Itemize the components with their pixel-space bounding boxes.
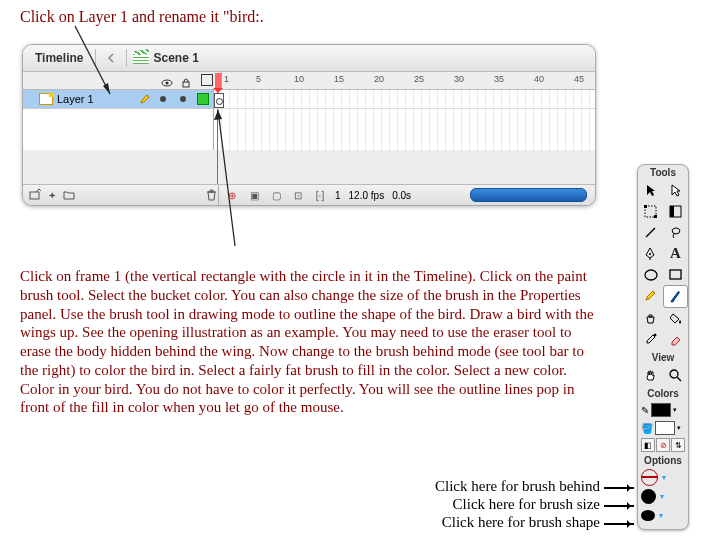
pencil-tool[interactable]	[638, 285, 663, 306]
stroke-swatch[interactable]	[651, 403, 671, 417]
timeline-header: Timeline Scene 1	[23, 45, 595, 72]
tick: 35	[494, 74, 504, 84]
scene-label: Scene 1	[153, 51, 198, 65]
scene-indicator[interactable]: Scene 1	[127, 51, 198, 65]
svg-point-1	[166, 82, 169, 85]
gradient-transform-tool[interactable]	[663, 201, 688, 222]
svg-rect-16	[670, 270, 681, 279]
dropdown-icon: ▾	[673, 406, 677, 414]
back-button[interactable]	[102, 50, 120, 66]
svg-rect-10	[654, 215, 657, 218]
center-frame-button[interactable]: ⊕	[225, 188, 239, 202]
brush-shape-option[interactable]: ▾	[638, 506, 688, 529]
lock-dot[interactable]	[180, 96, 186, 102]
lasso-tool[interactable]	[663, 222, 688, 243]
colors-title: Colors	[638, 386, 688, 401]
default-colors-button[interactable]: ◧	[641, 438, 655, 452]
current-frame: 1	[335, 190, 341, 201]
outline-icon[interactable]	[201, 74, 213, 86]
arrow-icon	[604, 523, 634, 525]
ink-bottle-tool[interactable]	[638, 308, 663, 329]
dropdown-icon: ▾	[657, 510, 665, 522]
svg-point-15	[645, 270, 657, 280]
brush-behind-icon	[641, 469, 658, 486]
label-brush-shape: Click here for brush shape	[400, 514, 600, 531]
brush-size-icon	[641, 489, 656, 504]
brush-shape-icon	[641, 510, 655, 521]
eyedropper-tool[interactable]	[638, 329, 663, 350]
zoom-tool[interactable]	[663, 365, 688, 386]
frames-area[interactable]	[214, 90, 595, 150]
new-folder-button[interactable]	[62, 188, 76, 202]
brush-size-option[interactable]: ▾	[638, 487, 688, 506]
line-tool[interactable]	[638, 222, 663, 243]
free-transform-tool[interactable]	[638, 201, 663, 222]
layer-icon	[39, 93, 53, 105]
keyframe-1[interactable]	[214, 93, 224, 108]
layer-row[interactable]: Layer 1	[23, 90, 213, 109]
subselection-tool[interactable]	[663, 180, 688, 201]
arrow-icon	[604, 505, 634, 507]
fill-swatch[interactable]	[655, 421, 675, 435]
new-motion-button[interactable]: ✦	[45, 188, 59, 202]
eye-icon[interactable]	[161, 75, 171, 85]
delete-layer-button[interactable]	[204, 188, 218, 202]
stroke-color-row[interactable]: ✎▾	[638, 401, 688, 419]
fps-label: 12.0 fps	[349, 190, 385, 201]
timeline-footer: ✦ ⊕ ▣ ▢ ⊡ [·] 1 12.0 fps 0.0s	[23, 184, 595, 205]
layer-name[interactable]: Layer 1	[57, 93, 137, 105]
instruction-top: Click on Layer 1 and rename it "bird:.	[20, 8, 264, 26]
layer-list: Layer 1	[23, 90, 214, 150]
visibility-dot[interactable]	[160, 96, 166, 102]
svg-point-14	[649, 253, 651, 255]
oval-tool[interactable]	[638, 264, 663, 285]
label-brush-size: Click here for brush size	[400, 496, 600, 513]
instruction-paragraph: Click on frame 1 (the vertical rectangle…	[20, 267, 600, 417]
paint-bucket-tool[interactable]	[663, 308, 688, 329]
tick: 20	[374, 74, 384, 84]
tab-timeline[interactable]: Timeline	[23, 46, 95, 71]
tools-panel: Tools A View Colors ✎▾ 🪣▾ ◧	[637, 164, 689, 530]
edit-multiple-button[interactable]: ⊡	[291, 188, 305, 202]
tick: 15	[334, 74, 344, 84]
hand-tool[interactable]	[638, 365, 663, 386]
tick: 25	[414, 74, 424, 84]
lock-icon[interactable]	[181, 75, 191, 85]
clapper-icon	[133, 52, 149, 64]
svg-rect-12	[670, 206, 674, 217]
tick: 30	[454, 74, 464, 84]
pencil-icon	[140, 94, 150, 104]
outline-color[interactable]	[197, 93, 209, 105]
new-layer-button[interactable]	[28, 188, 42, 202]
tick: 5	[256, 74, 261, 84]
swap-colors-button[interactable]: ⇅	[671, 438, 685, 452]
no-color-button[interactable]: ⊘	[656, 438, 670, 452]
selection-tool[interactable]	[638, 180, 663, 201]
dropdown-icon: ▾	[660, 472, 668, 484]
text-tool[interactable]: A	[663, 243, 688, 264]
tick: 40	[534, 74, 544, 84]
tick: 45	[574, 74, 584, 84]
brush-tool[interactable]	[663, 285, 688, 308]
svg-rect-2	[183, 82, 189, 87]
brush-mode-option[interactable]: ▾	[638, 468, 688, 487]
frame-ruler[interactable]: 1 5 10 15 20 25 30 35 40 45	[222, 72, 595, 89]
layer-column-header	[23, 72, 222, 88]
time-label: 0.0s	[392, 190, 411, 201]
arrow-icon	[604, 487, 634, 489]
options-title: Options	[638, 453, 688, 468]
dropdown-icon: ▾	[658, 491, 666, 503]
pen-tool[interactable]	[638, 243, 663, 264]
onion-skin-button[interactable]: ▣	[247, 188, 261, 202]
scrollbar[interactable]	[470, 188, 587, 202]
rectangle-tool[interactable]	[663, 264, 688, 285]
svg-rect-9	[644, 205, 647, 208]
dropdown-icon: ▾	[677, 424, 681, 432]
fill-color-row[interactable]: 🪣▾	[638, 419, 688, 437]
tools-title: Tools	[638, 165, 688, 180]
marker-button[interactable]: [·]	[313, 188, 327, 202]
playhead[interactable]	[215, 73, 221, 90]
onion-outline-button[interactable]: ▢	[269, 188, 283, 202]
divider	[95, 49, 96, 67]
eraser-tool[interactable]	[663, 329, 688, 350]
